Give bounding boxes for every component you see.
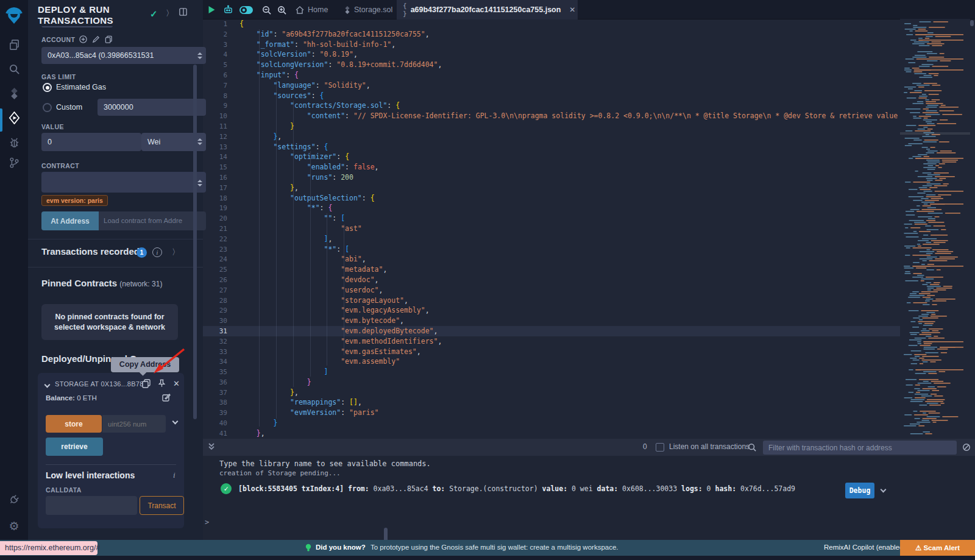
tx-log-line[interactable]: [block:5583405 txIndex:4] from: 0xa03...… xyxy=(238,484,795,493)
code-line[interactable]: 26 "devdoc", xyxy=(203,275,900,285)
code-line[interactable]: 18 "outputSelection": { xyxy=(203,193,900,204)
settings-gear-icon[interactable]: ⚙ xyxy=(0,514,28,537)
code-line[interactable]: 37 }, xyxy=(203,388,900,398)
expand-tx-icon[interactable] xyxy=(881,487,887,493)
code-line[interactable]: 23 "*": [ xyxy=(203,244,900,255)
transactions-expand-icon[interactable]: 〉 xyxy=(172,247,180,258)
store-function-button[interactable]: store xyxy=(46,415,102,433)
at-address-button[interactable]: At Address xyxy=(41,211,99,230)
deploy-run-icon[interactable] xyxy=(0,106,28,129)
code-line[interactable]: 4 "solcVersion": "0.8.19", xyxy=(203,49,900,60)
code-line[interactable]: 13 "settings": { xyxy=(203,142,900,152)
transactions-info-icon[interactable]: i xyxy=(152,247,162,257)
code-line[interactable]: 34 "evm.assembly" xyxy=(203,356,900,367)
custom-gas-input[interactable] xyxy=(98,99,206,116)
code-line[interactable]: 35 ] xyxy=(203,367,900,377)
code-line[interactable]: 11 } xyxy=(203,121,900,132)
plugin-manager-icon[interactable] xyxy=(0,487,28,511)
add-account-icon[interactable] xyxy=(79,35,87,46)
retrieve-function-button[interactable]: retrieve xyxy=(46,438,103,456)
code-line[interactable]: 27 "userdoc", xyxy=(203,285,900,296)
code-editor[interactable]: 1{2 "id": "a69b43f277ba20fcac141151250ca… xyxy=(203,19,900,439)
minimap[interactable] xyxy=(900,19,970,439)
scam-alert-badge[interactable]: ⚠ Scam Alert xyxy=(900,540,975,556)
collapse-terminal-icon[interactable] xyxy=(208,442,215,453)
code-line[interactable]: 8 "sources": { xyxy=(203,91,900,101)
custom-gas-radio[interactable] xyxy=(43,103,52,112)
code-line[interactable]: 30 "evm.bytecode", xyxy=(203,316,900,326)
git-icon[interactable] xyxy=(0,151,28,174)
terminal[interactable]: Type the library name to see available c… xyxy=(203,456,975,540)
code-line[interactable]: 36 } xyxy=(203,377,900,388)
terminal-search-icon[interactable] xyxy=(748,443,756,453)
code-line[interactable]: 29 "evm.legacyAssembly", xyxy=(203,305,900,316)
solidity-compiler-icon[interactable] xyxy=(0,82,28,105)
code-line[interactable]: 5 "solcLongVersion": "0.8.19+commit.7dd6… xyxy=(203,60,900,70)
panel-scrollbar[interactable] xyxy=(193,65,197,419)
code-line[interactable]: 21 "ast" xyxy=(203,224,900,234)
remove-contract-icon[interactable]: ✕ xyxy=(173,379,180,388)
code-line[interactable]: 19 "*": { xyxy=(203,203,900,213)
search-icon[interactable] xyxy=(0,57,28,80)
low-level-info-icon[interactable]: i xyxy=(173,470,176,480)
pin-contract-icon[interactable] xyxy=(157,378,166,391)
collapse-contract-icon[interactable] xyxy=(44,382,51,388)
code-line[interactable]: 38 "remappings": [], xyxy=(203,397,900,408)
tab-json-active[interactable]: { } a69b43f277ba20fcac141151250ca755.jso… xyxy=(397,0,578,19)
transaction-filter-input[interactable] xyxy=(763,441,957,455)
contract-select[interactable] xyxy=(41,172,206,193)
code-line[interactable]: 28 "storageLayout", xyxy=(203,296,900,306)
zoom-out-icon[interactable] xyxy=(259,0,274,19)
code-line[interactable]: 33 "evm.gasEstimates", xyxy=(203,347,900,357)
edit-balance-icon[interactable] xyxy=(162,393,171,404)
account-select[interactable] xyxy=(41,47,206,64)
code-line[interactable]: 17 }, xyxy=(203,183,900,193)
code-line[interactable]: 12 }, xyxy=(203,132,900,142)
copy-address-icon[interactable] xyxy=(141,378,151,391)
code-line[interactable]: 10 "content": "// SPDX-License-Identifie… xyxy=(203,111,900,121)
tab-home[interactable]: Home xyxy=(289,0,334,19)
tab-storage-sol[interactable]: Storage.sol xyxy=(338,0,399,19)
transact-button[interactable]: Transact xyxy=(140,496,184,515)
load-contract-address-field[interactable]: Load contract from Addre xyxy=(99,211,206,230)
code-line[interactable]: 15 "enabled": false, xyxy=(203,162,900,172)
remix-logo-icon[interactable] xyxy=(0,2,28,29)
store-arg-input[interactable] xyxy=(102,415,166,433)
edit-account-icon[interactable] xyxy=(92,35,100,46)
code-line[interactable]: 6 "input": { xyxy=(203,70,900,80)
code-line[interactable]: 31 "evm.deployedBytecode", xyxy=(203,326,900,336)
code-line[interactable]: 39 "evmVersion": "paris" xyxy=(203,408,900,418)
pin-panel-icon[interactable] xyxy=(179,7,188,18)
code-line[interactable]: 41 }, xyxy=(203,428,900,439)
editor-scrollbar-thumb[interactable] xyxy=(970,20,974,26)
expand-store-icon[interactable] xyxy=(172,419,179,425)
calldata-input[interactable] xyxy=(46,496,137,515)
code-line[interactable]: 40 } xyxy=(203,418,900,428)
code-line[interactable]: 32 "evm.methodIdentifiers", xyxy=(203,336,900,347)
code-line[interactable]: 7 "language": "Solidity", xyxy=(203,80,900,91)
value-input[interactable] xyxy=(41,133,141,151)
code-line[interactable]: 16 "runs": 200 xyxy=(203,172,900,183)
file-explorer-icon[interactable] xyxy=(0,33,28,56)
code-line[interactable]: 1{ xyxy=(203,19,900,29)
code-line[interactable]: 25 "metadata", xyxy=(203,264,900,275)
code-line[interactable]: 24 "abi", xyxy=(203,254,900,264)
copilot-status[interactable]: RemixAI Copilot (enabled) xyxy=(824,544,906,551)
copilot-toggle-icon[interactable] xyxy=(237,0,255,19)
code-line[interactable]: 9 "contracts/Storage.sol": { xyxy=(203,101,900,111)
expand-panel-icon[interactable]: 〉 xyxy=(166,8,174,19)
code-line[interactable]: 3 "_format": "hh-sol-build-info-1", xyxy=(203,40,900,50)
code-line[interactable]: 14 "optimizer": { xyxy=(203,152,900,162)
debugger-icon[interactable] xyxy=(0,130,28,154)
run-script-icon[interactable] xyxy=(204,0,219,19)
clear-filter-icon[interactable] xyxy=(962,443,971,453)
ai-robot-icon[interactable] xyxy=(220,0,236,19)
zoom-in-icon[interactable] xyxy=(274,0,289,19)
code-line[interactable]: 20 "": [ xyxy=(203,213,900,224)
code-line[interactable]: 22 ], xyxy=(203,234,900,244)
copy-account-icon[interactable] xyxy=(105,35,113,46)
estimated-gas-radio[interactable] xyxy=(43,83,52,92)
listen-all-checkbox[interactable] xyxy=(656,443,664,452)
debug-button[interactable]: Debug xyxy=(845,483,874,498)
code-line[interactable]: 2 "id": "a69b43f277ba20fcac141151250ca75… xyxy=(203,29,900,40)
